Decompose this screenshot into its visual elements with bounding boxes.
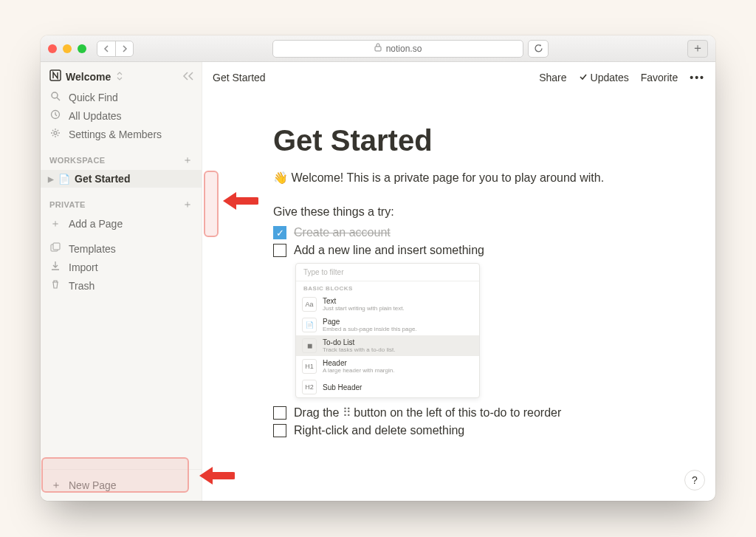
option-title: Sub Header (323, 383, 362, 391)
option-title: To-do List (323, 338, 395, 346)
help-button[interactable]: ? (684, 470, 705, 490)
welcome-text: Welcome! This is a private page for you … (291, 171, 604, 184)
check-icon (579, 72, 588, 83)
sidebar-item-label: Import (69, 261, 98, 273)
todo-text: Drag the ⠿ button on the left of this to… (294, 406, 561, 420)
sidebar-section-private: PRIVATE ＋ (41, 188, 202, 214)
maximize-window-button[interactable] (78, 44, 86, 53)
clock-icon (49, 109, 61, 122)
slash-option: AaTextJust start writing with plain text… (296, 294, 479, 315)
svg-rect-7 (53, 243, 60, 250)
option-icon: H2 (302, 380, 317, 394)
reload-button[interactable] (528, 40, 549, 58)
checkbox[interactable] (273, 406, 286, 420)
sidebar-item-label: All Updates (69, 110, 122, 122)
share-button[interactable]: Share (539, 72, 566, 83)
more-menu-button[interactable]: ••• (690, 72, 705, 83)
svg-line-3 (57, 98, 60, 100)
disclosure-icon[interactable]: ▶ (48, 175, 54, 183)
sidebar-item-label: Trash (69, 280, 94, 292)
todo-text: Create an account (294, 226, 391, 239)
sidebar-item-label: Add a Page (69, 218, 123, 230)
checkbox-checked[interactable]: ✓ (273, 226, 286, 239)
workspace-switcher[interactable]: Welcome (41, 62, 202, 88)
checkbox[interactable] (273, 244, 286, 257)
option-title: Header (323, 359, 394, 367)
option-desc: Embed a sub-page inside this page. (323, 326, 417, 332)
drag-handle-icon: ⠿ (343, 406, 351, 419)
plus-icon: ＋ (49, 217, 61, 230)
page-topbar: Get Started Share Updates Favorite ••• (202, 62, 715, 93)
close-window-button[interactable] (48, 44, 57, 53)
todo-drag[interactable]: Drag the ⠿ button on the left of this to… (273, 406, 715, 420)
sidebar-templates[interactable]: Templates (41, 239, 202, 258)
option-desc: Track tasks with a to-do list. (323, 346, 395, 353)
back-button[interactable] (97, 41, 115, 56)
page-title: Get Started (75, 173, 130, 185)
todo-text: Add a new line and insert something (294, 244, 484, 257)
sidebar-settings[interactable]: Settings & Members (41, 125, 202, 143)
address-bar-wrap: notion.so (140, 40, 681, 58)
add-workspace-page-button[interactable]: ＋ (182, 154, 193, 167)
option-title: Text (323, 297, 405, 305)
checkbox[interactable] (273, 424, 286, 437)
sidebar-page-get-started[interactable]: ▶ 📄 Get Started (41, 170, 202, 188)
sidebar-all-updates[interactable]: All Updates (41, 106, 202, 125)
svg-point-2 (52, 92, 58, 98)
try-heading: Give these things a try: (273, 205, 715, 219)
download-icon (49, 261, 61, 273)
sidebar-quick-find[interactable]: Quick Find (41, 88, 202, 106)
forward-button[interactable] (115, 41, 133, 56)
slash-menu-preview: ↖ Type to filter BASIC BLOCKS AaTextJust… (295, 263, 480, 398)
todo-add-line[interactable]: Add a new line and insert something (273, 244, 715, 257)
app-window: notion.so ＋ Welcome (41, 35, 715, 501)
new-tab-button[interactable]: ＋ (687, 40, 708, 58)
search-icon (49, 91, 61, 103)
svg-rect-0 (375, 47, 381, 51)
svg-point-5 (54, 131, 57, 134)
plus-icon: ＋ (51, 479, 61, 492)
sidebar-add-a-page[interactable]: ＋ Add a Page (41, 214, 202, 233)
notion-logo-icon (49, 69, 61, 83)
main-area: Get Started Share Updates Favorite ••• G… (202, 62, 715, 501)
updates-button[interactable]: Updates (579, 72, 629, 83)
sidebar-item-label: Quick Find (69, 92, 118, 103)
page-title[interactable]: Get Started (273, 124, 715, 157)
todo-create-account[interactable]: ✓ Create an account (273, 226, 715, 239)
minimize-window-button[interactable] (63, 44, 72, 53)
section-label: WORKSPACE (49, 156, 106, 165)
wave-emoji: 👋 (273, 171, 288, 184)
slash-option: ◼To-do ListTrack tasks with a to-do list… (296, 335, 479, 356)
breadcrumb[interactable]: Get Started (213, 72, 266, 83)
todo-right-click[interactable]: Right-click and delete something (273, 424, 715, 437)
todo-text: Right-click and delete something (294, 424, 464, 437)
slash-category: BASIC BLOCKS (296, 281, 479, 294)
option-desc: A large header with margin. (323, 367, 394, 374)
text: button on the left of this to-do to reor… (351, 406, 562, 419)
sidebar-new-page[interactable]: ＋ New Page (41, 469, 202, 501)
favorite-button[interactable]: Favorite (641, 72, 678, 83)
option-title: Page (323, 318, 417, 326)
section-label: PRIVATE (49, 200, 86, 209)
address-bar[interactable]: notion.so (272, 40, 523, 58)
browser-titlebar: notion.so ＋ (41, 35, 715, 62)
page-icon: 📄 (58, 174, 70, 185)
option-icon: 📄 (302, 318, 317, 332)
sidebar-import[interactable]: Import (41, 258, 202, 276)
slash-filter: Type to filter (296, 264, 479, 281)
templates-icon (49, 242, 61, 255)
slash-option: 📄PageEmbed a sub-page inside this page. (296, 315, 479, 335)
sidebar-trash[interactable]: Trash (41, 276, 202, 295)
add-private-page-button[interactable]: ＋ (182, 198, 193, 211)
text: Drag the (294, 406, 343, 419)
updates-label: Updates (591, 72, 629, 83)
qmark: ? (692, 474, 698, 486)
slash-option: H2Sub Header (296, 377, 479, 397)
option-desc: Just start writing with plain text. (323, 305, 405, 312)
collapse-sidebar-button[interactable] (182, 70, 194, 83)
slash-option: H1HeaderA large header with margin. (296, 356, 479, 377)
page-content[interactable]: Get Started 👋 Welcome! This is a private… (202, 93, 715, 501)
address-host: notion.so (386, 44, 422, 54)
notion-app: Welcome Quick Find All Updates (41, 62, 715, 501)
sidebar-item-label: New Page (69, 479, 117, 491)
